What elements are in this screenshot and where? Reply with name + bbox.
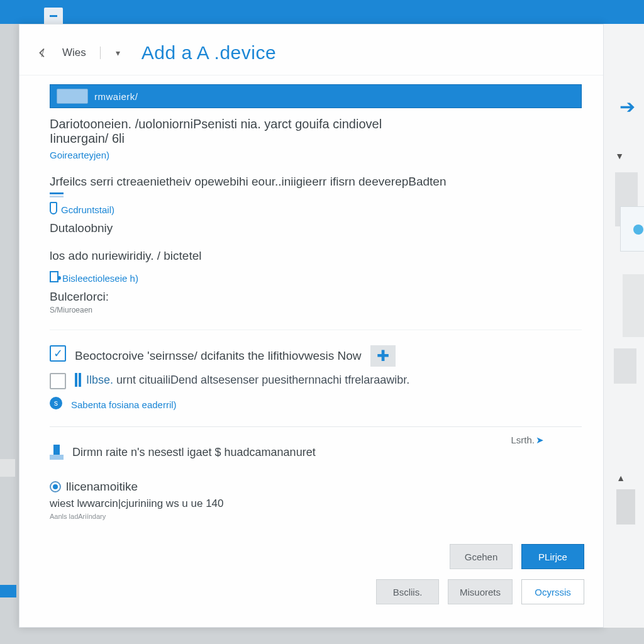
columns-icon bbox=[75, 373, 81, 387]
section-devices-2: los ado nuriewiridiy. / bictetel Bisleec… bbox=[50, 249, 582, 314]
search-badge-icon bbox=[57, 89, 88, 104]
music-note-icon bbox=[50, 271, 58, 282]
left-peek-accent bbox=[0, 585, 16, 597]
option1-label: Beoctocroive 'seirnsse/ dcifanits the li… bbox=[75, 348, 362, 364]
secondary-button-1[interactable]: Gcehen bbox=[450, 544, 513, 569]
dialog-window: Wies ▾ Add a A .device Dariotooneien. /u… bbox=[19, 24, 604, 628]
search-input[interactable] bbox=[94, 91, 575, 102]
options-block: ✓ Beoctocroive 'seirnsse/ dcifanits the … bbox=[50, 330, 582, 410]
section2-sub: S/Miuroeaen bbox=[50, 306, 582, 314]
section1-link[interactable]: Gcdruntstail) bbox=[61, 204, 114, 215]
secondary-button-2[interactable]: Bscliis. bbox=[376, 579, 439, 604]
intro-link[interactable]: Goirearteyjen) bbox=[50, 150, 109, 160]
radio-title: llicenamoitike bbox=[66, 480, 138, 494]
marker-icon bbox=[50, 202, 57, 214]
arrow-icon: ➤ bbox=[536, 435, 544, 445]
intro-line-1: Dariotooneien. /uoloniorniPsenisti nia. … bbox=[50, 117, 582, 131]
widget-dot-icon bbox=[633, 225, 643, 235]
side-widget[interactable] bbox=[620, 206, 644, 252]
option2-prefix: Ilbse. bbox=[86, 374, 113, 386]
window-titlebar bbox=[0, 0, 644, 24]
back-button[interactable] bbox=[35, 45, 51, 61]
options-link[interactable]: Sabenta fosiana eaderril) bbox=[71, 399, 177, 410]
footer-line: Dirmn raite n's nesestl igaet $ huadcama… bbox=[72, 445, 316, 460]
antenna-icon bbox=[50, 445, 64, 461]
forward-arrow-icon[interactable]: ➔ bbox=[619, 96, 635, 118]
checkbox-option-2[interactable] bbox=[50, 373, 66, 389]
chevron-down-icon[interactable]: ▼ bbox=[615, 151, 624, 161]
button-row-1: Gcehen PLirjce bbox=[450, 544, 584, 569]
scroll-thumb-3[interactable] bbox=[616, 489, 635, 525]
dialog-content: Dariotooneien. /uoloniorniPsenisti nia. … bbox=[19, 84, 603, 520]
section-devices-1: Jrfeilcs serri ctreaenietheiv opewebihi … bbox=[50, 175, 582, 235]
side-panel-thumb[interactable] bbox=[623, 274, 644, 337]
section2-item: Bulcerlorci: bbox=[50, 290, 582, 304]
section1-item: Dutaloobniy bbox=[50, 221, 582, 235]
secondary-button-3[interactable]: Misuorets bbox=[448, 579, 513, 604]
search-bar[interactable] bbox=[50, 84, 582, 108]
option2-label: urnt cituailiDend altsesenser puesithern… bbox=[116, 374, 409, 386]
page-title: Add a A .device bbox=[142, 42, 276, 64]
primary-button-1[interactable]: PLirjce bbox=[521, 544, 584, 569]
chevron-up-icon[interactable]: ▲ bbox=[616, 473, 625, 483]
add-button[interactable]: ✚ bbox=[370, 345, 396, 367]
dialog-header: Wies ▾ Add a A .device bbox=[19, 25, 603, 75]
section-title: Jrfeilcs serri ctreaenietheiv opewebihi … bbox=[50, 175, 582, 189]
breadcrumb[interactable]: Wies bbox=[62, 47, 101, 59]
back-arrow-icon bbox=[36, 46, 50, 60]
right-rail: ➔ ▼ ▲ bbox=[604, 24, 644, 628]
radio-sub: wiest lwwarcin|cjuriniing ws u ue 140 bbox=[50, 497, 582, 510]
intro-block: Dariotooneien. /uoloniorniPsenisti nia. … bbox=[50, 117, 582, 161]
chevron-down-icon[interactable]: ▾ bbox=[112, 48, 124, 58]
info-badge-icon: s bbox=[50, 397, 62, 409]
bars-icon bbox=[50, 192, 64, 194]
intro-line-2: Iinuergain/ 6li bbox=[50, 131, 582, 146]
checkbox-option-1[interactable]: ✓ bbox=[50, 345, 66, 362]
window-tab[interactable] bbox=[44, 8, 63, 24]
scroll-thumb-2[interactable] bbox=[614, 348, 636, 384]
left-peek-grey bbox=[0, 459, 15, 477]
footer-block: Lsrth.➤ Dirmn raite n's nesestl igaet $ … bbox=[50, 426, 582, 520]
section2-link[interactable]: Bisleectioleseie h) bbox=[62, 273, 138, 284]
accent-button[interactable]: Ocyrssis bbox=[521, 579, 584, 604]
radio-note: Aanls ladAriíndary bbox=[50, 513, 582, 520]
button-row-2: Bscliis. Misuorets Ocyrssis bbox=[376, 579, 584, 604]
learn-link[interactable]: Lsrth.➤ bbox=[511, 435, 544, 446]
section2-title: los ado nuriewiridiy. / bictetel bbox=[50, 249, 582, 263]
plus-icon: ✚ bbox=[377, 347, 389, 365]
radio-option[interactable] bbox=[50, 481, 61, 492]
